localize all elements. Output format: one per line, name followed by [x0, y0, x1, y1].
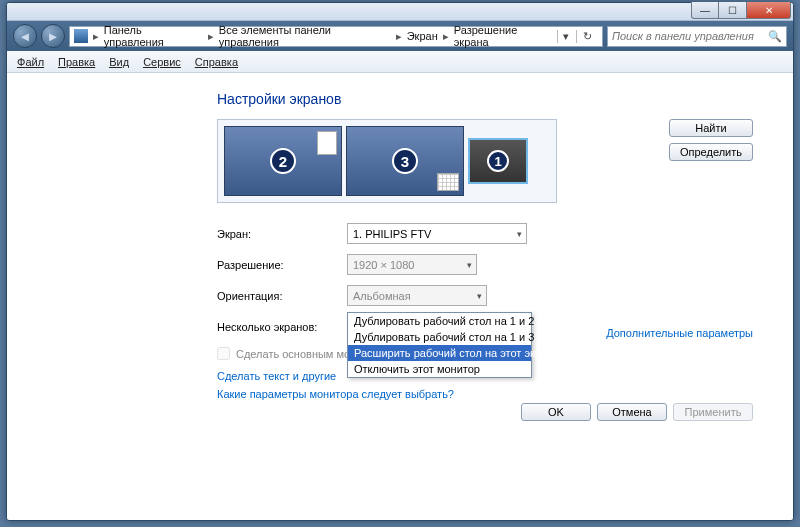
breadcrumb-item[interactable]: Все элементы панели управления: [219, 24, 391, 48]
minimize-button[interactable]: —: [691, 2, 719, 19]
breadcrumb-item[interactable]: Панель управления: [104, 24, 203, 48]
maximize-button[interactable]: ☐: [719, 2, 747, 19]
dropdown-option[interactable]: Дублировать рабочий стол на 1 и 2: [348, 313, 531, 329]
chevron-right-icon: ▸: [440, 30, 452, 43]
search-box[interactable]: 🔍: [607, 26, 787, 47]
search-input[interactable]: [612, 30, 768, 42]
menu-edit[interactable]: Правка: [58, 56, 95, 68]
orientation-select[interactable]: Альбомная: [347, 285, 487, 306]
multiple-label: Несколько экранов:: [217, 321, 347, 333]
refresh-button[interactable]: ↻: [576, 30, 598, 43]
dialog-buttons: OK Отмена Применить: [521, 403, 753, 421]
control-panel-window: — ☐ ✕ ◄ ► ▸ Панель управления ▸ Все элем…: [6, 2, 794, 521]
monitor-1-selected[interactable]: 1: [468, 138, 528, 184]
resolution-select[interactable]: 1920 × 1080: [347, 254, 477, 275]
monitor-number: 1: [487, 150, 509, 172]
ok-button[interactable]: OK: [521, 403, 591, 421]
forward-button[interactable]: ►: [41, 24, 65, 48]
orientation-label: Ориентация:: [217, 290, 347, 302]
menu-tools[interactable]: Сервис: [143, 56, 181, 68]
address-bar[interactable]: ▸ Панель управления ▸ Все элементы панел…: [69, 26, 603, 47]
taskbar-icon: [317, 131, 337, 155]
identify-button[interactable]: Определить: [669, 143, 753, 161]
multiple-displays-dropdown: Дублировать рабочий стол на 1 и 2 Дублир…: [347, 312, 532, 378]
grid-icon: [437, 173, 459, 191]
apply-button[interactable]: Применить: [673, 403, 753, 421]
screen-label: Экран:: [217, 228, 347, 240]
monitor-number: 2: [270, 148, 296, 174]
preview-side-buttons: Найти Определить: [669, 119, 753, 161]
display-preview-row: 2 3 1 Найти Определить: [217, 119, 753, 203]
menu-view[interactable]: Вид: [109, 56, 129, 68]
titlebar[interactable]: — ☐ ✕: [7, 3, 793, 21]
menu-help[interactable]: Справка: [195, 56, 238, 68]
menu-bar: Файл Правка Вид Сервис Справка: [7, 51, 793, 73]
address-dropdown-icon[interactable]: ▾: [557, 30, 574, 43]
window-controls: — ☐ ✕: [691, 2, 791, 19]
make-main-checkbox: [217, 347, 230, 360]
resolution-label: Разрешение:: [217, 259, 347, 271]
monitor-number: 3: [392, 148, 418, 174]
breadcrumb-item[interactable]: Экран: [407, 30, 438, 42]
screen-select[interactable]: 1. PHILIPS FTV: [347, 223, 527, 244]
breadcrumb-item[interactable]: Разрешение экрана: [454, 24, 553, 48]
find-button[interactable]: Найти: [669, 119, 753, 137]
menu-file[interactable]: Файл: [17, 56, 44, 68]
dropdown-option[interactable]: Отключить этот монитор: [348, 361, 531, 377]
back-button[interactable]: ◄: [13, 24, 37, 48]
advanced-settings-link[interactable]: Дополнительные параметры: [606, 327, 753, 339]
monitor-3[interactable]: 3: [346, 126, 464, 196]
close-button[interactable]: ✕: [747, 2, 791, 19]
chevron-right-icon: ▸: [205, 30, 217, 43]
nav-toolbar: ◄ ► ▸ Панель управления ▸ Все элементы п…: [7, 21, 793, 51]
search-icon[interactable]: 🔍: [768, 30, 782, 43]
dropdown-option-selected[interactable]: Расширить рабочий стол на этот экран: [348, 345, 531, 361]
chevron-right-icon: ▸: [393, 30, 405, 43]
display-arrangement[interactable]: 2 3 1: [217, 119, 557, 203]
dropdown-option[interactable]: Дублировать рабочий стол на 1 и 3: [348, 329, 531, 345]
page-title: Настройки экранов: [217, 91, 753, 107]
chevron-right-icon: ▸: [90, 30, 102, 43]
control-panel-icon: [74, 29, 88, 43]
which-monitor-link[interactable]: Какие параметры монитора следует выбрать…: [217, 388, 753, 400]
cancel-button[interactable]: Отмена: [597, 403, 667, 421]
monitor-2[interactable]: 2: [224, 126, 342, 196]
